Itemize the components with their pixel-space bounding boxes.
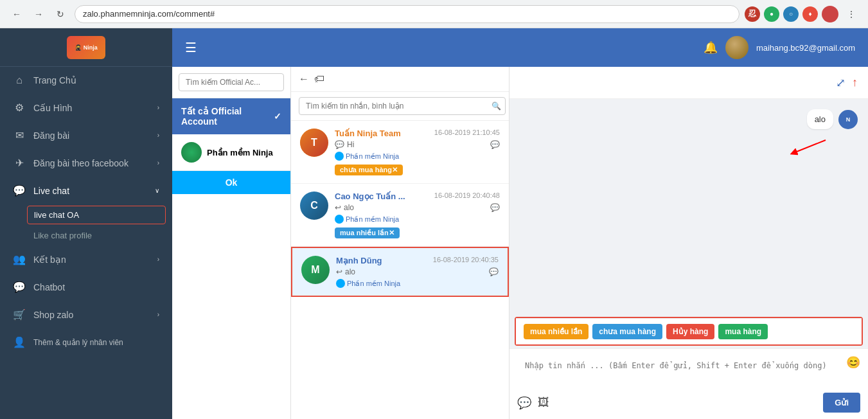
url-text: zalo.phanmemninja.com/comment# bbox=[83, 9, 215, 19]
tag-mua-nhieu-lan[interactable]: mua nhiều lần bbox=[524, 324, 589, 339]
chat-item-header: C Cao Ngọc Tuấn ... 16-08-2019 20:40:48 … bbox=[300, 192, 500, 238]
image-upload-icon[interactable]: 🖼 bbox=[538, 396, 549, 409]
chevron-right-icon: › bbox=[157, 132, 159, 139]
sidebar-item-shop-zalo[interactable]: 🛒 Shop zalo › bbox=[0, 301, 172, 328]
browser-icons: 忍 ● ○ ♦ ⋮ bbox=[745, 5, 860, 23]
status-tags-container: mua nhiều lần chưa mua hàng Hủy hàng mua… bbox=[515, 317, 863, 346]
chat-item-tuan-ninja[interactable]: T Tuấn Ninja Team 16-08-2019 21:10:45 💬 … bbox=[291, 121, 509, 184]
chat-item-header: T Tuấn Ninja Team 16-08-2019 21:10:45 💬 … bbox=[300, 129, 500, 175]
chatbot-icon: 💬 bbox=[13, 281, 26, 293]
logo-image: 🥷 Ninja bbox=[67, 36, 105, 59]
oa-phan-mem-ninja-item[interactable]: Phần mềm Ninja bbox=[172, 134, 290, 171]
top-header: ☰ 🔔 maihang.bc92@gmail.com bbox=[172, 28, 868, 67]
content-area: Tất cả Official Account ✓ Phần mềm Ninja… bbox=[172, 67, 868, 419]
sidebar-item-label: Đăng bài bbox=[33, 130, 69, 141]
sidebar-item-label: Cấu Hình bbox=[33, 103, 72, 113]
sidebar-navigation: ⌂ Trang Chủ ⚙ Cấu Hình › ✉ Đăng bài › ✈ … bbox=[0, 67, 172, 419]
main-area: ☰ 🔔 maihang.bc92@gmail.com Tất cả Offici… bbox=[172, 28, 868, 419]
sidebar-item-like-chat-profile[interactable]: Like chat profile bbox=[0, 226, 172, 245]
chat-item-header: M Mạnh Dũng 16-08-2019 20:40:35 ↩ alo 💬 bbox=[301, 256, 499, 288]
oa-search-input[interactable] bbox=[179, 73, 284, 91]
reply-icon: 💬 bbox=[335, 140, 344, 149]
message-input[interactable] bbox=[517, 355, 841, 388]
sidebar-item-ket-ban[interactable]: 👥 Kết bạn › bbox=[0, 245, 172, 273]
reload-button[interactable]: ↻ bbox=[51, 5, 69, 23]
send-button[interactable]: Gửi bbox=[823, 393, 860, 413]
back-nav-button[interactable]: ← bbox=[8, 5, 26, 23]
sidebar-item-cau-hinh[interactable]: ⚙ Cấu Hình › bbox=[0, 94, 172, 121]
upload-icon[interactable]: ↑ bbox=[852, 76, 858, 89]
preview-text: alo bbox=[344, 203, 354, 212]
sidebar-item-label: Live chat bbox=[33, 186, 69, 196]
chevron-right-icon: › bbox=[157, 311, 159, 318]
logo-text: 🥷 Ninja bbox=[75, 44, 98, 51]
chat-preview: ↩ alo 💬 bbox=[335, 203, 500, 212]
arrow-svg bbox=[781, 137, 832, 156]
sidebar-item-trang-chu[interactable]: ⌂ Trang Chủ bbox=[0, 67, 172, 94]
chat-item-manh-dung[interactable]: M Mạnh Dũng 16-08-2019 20:40:35 ↩ alo 💬 bbox=[291, 247, 509, 297]
chat-search-input[interactable] bbox=[299, 97, 506, 115]
sidebar-item-dang-bai-facebook[interactable]: ✈ Đăng bài theo facebook › bbox=[0, 149, 172, 177]
search-icon: 🔍 bbox=[492, 102, 501, 111]
status-badge-chua-mua: chưa mua hàng✕ bbox=[335, 165, 403, 175]
sidebar-item-label: Đăng bài theo facebook bbox=[33, 158, 128, 168]
notification-bell-icon[interactable]: 🔔 bbox=[704, 40, 718, 55]
oa-all-account-item[interactable]: Tất cả Official Account ✓ bbox=[172, 98, 290, 134]
message-text: alo bbox=[815, 114, 826, 124]
chat-info: Tuấn Ninja Team 16-08-2019 21:10:45 💬 Hi… bbox=[335, 129, 500, 175]
sidebar-item-live-chat-oa[interactable]: live chat OA bbox=[27, 206, 166, 224]
sidebar-subitem-label: live chat OA bbox=[34, 210, 79, 220]
input-row: 😊 bbox=[517, 355, 860, 388]
chat-view-header: ⤢ ↑ bbox=[509, 67, 868, 99]
chat-view: ⤢ ↑ alo N bbox=[509, 67, 868, 419]
chat-oa-tag: Phần mềm Ninja bbox=[335, 215, 500, 224]
oa-dot-icon bbox=[336, 279, 345, 288]
hamburger-icon[interactable]: ☰ bbox=[185, 40, 197, 55]
chat-info: Mạnh Dũng 16-08-2019 20:40:35 ↩ alo 💬 Ph… bbox=[336, 256, 499, 288]
send-icon: ✈ bbox=[13, 157, 26, 169]
oa-all-label: Tất cả Official Account bbox=[181, 106, 274, 127]
chat-bubble-icon[interactable]: 💬 bbox=[517, 396, 531, 410]
comment-icon: 💬 bbox=[490, 203, 500, 212]
sidebar: 🥷 Ninja ⌂ Trang Chủ ⚙ Cấu Hình › ✉ Đăng … bbox=[0, 28, 172, 419]
expand-icon[interactable]: ⤢ bbox=[836, 76, 846, 90]
chat-item-cao-ngoc-tuan[interactable]: C Cao Ngọc Tuấn ... 16-08-2019 20:40:48 … bbox=[291, 184, 509, 247]
sidebar-item-label: Trang Chủ bbox=[33, 75, 76, 85]
gear-icon: ⚙ bbox=[13, 102, 26, 114]
forward-nav-button[interactable]: → bbox=[30, 5, 48, 23]
tag-icon[interactable]: 🏷 bbox=[314, 73, 324, 85]
chat-avatar-tuan: T bbox=[300, 129, 328, 157]
tag-chua-mua-hang[interactable]: chưa mua hàng bbox=[592, 324, 662, 339]
chat-search-container: 🔍 bbox=[291, 92, 509, 121]
chat-messages: alo N bbox=[509, 99, 868, 317]
oa-ok-button[interactable]: Ok bbox=[172, 171, 290, 194]
chat-oa-tag: Phần mềm Ninja bbox=[335, 152, 500, 161]
browser-nav: ← → ↻ bbox=[8, 5, 69, 23]
sidebar-item-live-chat[interactable]: 💬 Live chat ∨ bbox=[0, 177, 172, 204]
sidebar-item-dang-bai[interactable]: ✉ Đăng bài › bbox=[0, 121, 172, 149]
sidebar-item-them-quan-ly[interactable]: 👤 Thêm & quản lý nhân viên bbox=[0, 328, 172, 356]
back-button[interactable]: ← bbox=[299, 73, 309, 85]
oa-tag-name: Phần mềm Ninja bbox=[346, 152, 399, 161]
comment-count-icon: 💬 bbox=[490, 140, 500, 149]
sender-avatar: N bbox=[838, 110, 858, 129]
oa-dot-icon bbox=[335, 152, 344, 161]
browser-menu-button[interactable]: ⋮ bbox=[842, 5, 860, 23]
chevron-right-icon: › bbox=[157, 104, 159, 111]
ext-icon-1[interactable]: 忍 bbox=[745, 6, 760, 22]
chat-avatar-cao: C bbox=[300, 192, 328, 220]
sidebar-item-chatbot[interactable]: 💬 Chatbot bbox=[0, 273, 172, 301]
tag-mua-hang[interactable]: mua hàng bbox=[718, 324, 768, 339]
ext-icon-4[interactable]: ♦ bbox=[802, 6, 818, 22]
ext-icon-3[interactable]: ○ bbox=[783, 6, 799, 22]
ext-icon-2[interactable]: ● bbox=[764, 6, 779, 22]
reply-icon: ↩ bbox=[335, 203, 341, 212]
browser-bar: ← → ↻ zalo.phanmemninja.com/comment# 忍 ●… bbox=[0, 0, 868, 28]
browser-profile-pic[interactable] bbox=[822, 6, 838, 22]
oa-item-avatar bbox=[181, 142, 202, 163]
emoji-button[interactable]: 😊 bbox=[846, 355, 860, 370]
address-bar[interactable]: zalo.phanmemninja.com/comment# bbox=[75, 5, 740, 23]
tag-huy-hang[interactable]: Hủy hàng bbox=[666, 324, 714, 339]
status-badge-mua-nhieu: mua nhiều lần✕ bbox=[335, 227, 400, 238]
user-plus-icon: 👤 bbox=[13, 336, 26, 348]
